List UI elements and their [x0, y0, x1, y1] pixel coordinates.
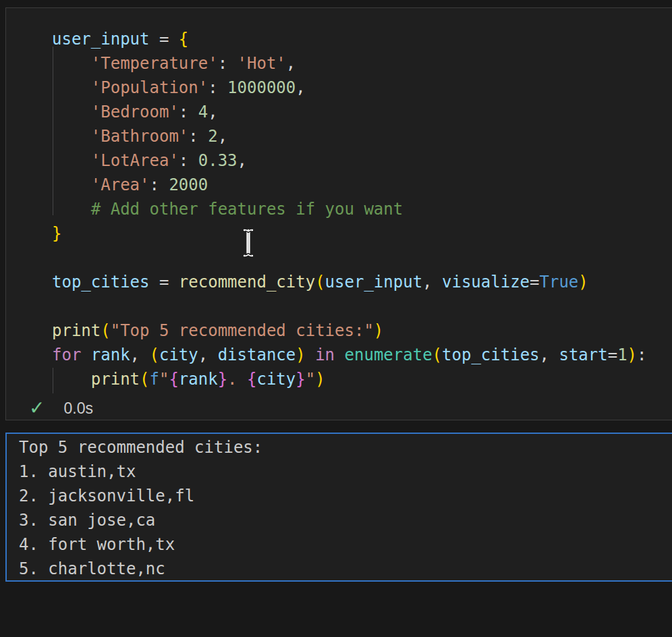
code-line[interactable]: print(f"{rank}. {city}"): [52, 367, 669, 391]
code-line[interactable]: 'Bathroom': 2,: [52, 124, 669, 148]
output-line: 2. jacksonville,fl: [19, 484, 672, 508]
code-line[interactable]: 'Temperature': 'Hot',: [52, 51, 669, 76]
code-line[interactable]: top_cities = recommend_city(user_input, …: [52, 270, 669, 294]
output-line: 1. austin,tx: [19, 460, 672, 484]
code-line[interactable]: 'LotArea': 0.33,: [52, 148, 669, 173]
code-line[interactable]: user_input = {: [52, 27, 669, 51]
code-editor[interactable]: user_input = { 'Temperature': 'Hot', 'Po…: [52, 27, 669, 386]
execution-status: ✓ 0.0s: [29, 397, 93, 419]
output-line: 3. san jose,ca: [19, 508, 672, 532]
code-line[interactable]: 'Bedroom': 4,: [52, 100, 669, 124]
indent-guide: [53, 47, 53, 215]
code-line[interactable]: }: [52, 221, 669, 246]
indent-guide: [53, 368, 53, 393]
output-line: 5. charlotte,nc: [19, 557, 672, 581]
code-line[interactable]: for rank, (city, distance) in enumerate(…: [52, 343, 669, 367]
code-line[interactable]: print("Top 5 recommended cities:"): [52, 318, 669, 343]
code-line[interactable]: [52, 294, 669, 318]
code-line[interactable]: # Add other features if you want: [52, 197, 669, 221]
notebook-canvas: { "cell": { "type": "code", "language": …: [0, 0, 672, 637]
code-line[interactable]: 'Area': 2000: [52, 173, 669, 197]
execution-duration: 0.0s: [63, 399, 92, 418]
code-line[interactable]: [52, 246, 669, 270]
output-line: 4. fort worth,tx: [19, 532, 672, 557]
cell-output: Top 5 recommended cities:1. austin,tx2. …: [5, 433, 672, 582]
code-line[interactable]: 'Population': 1000000,: [52, 76, 669, 100]
notebook-code-cell: user_input = { 'Temperature': 'Hot', 'Po…: [5, 7, 672, 420]
output-line: Top 5 recommended cities:: [19, 435, 672, 460]
check-icon: ✓: [29, 399, 45, 418]
output-lines: Top 5 recommended cities:1. austin,tx2. …: [19, 435, 672, 581]
code-lines: user_input = { 'Temperature': 'Hot', 'Po…: [52, 27, 669, 391]
